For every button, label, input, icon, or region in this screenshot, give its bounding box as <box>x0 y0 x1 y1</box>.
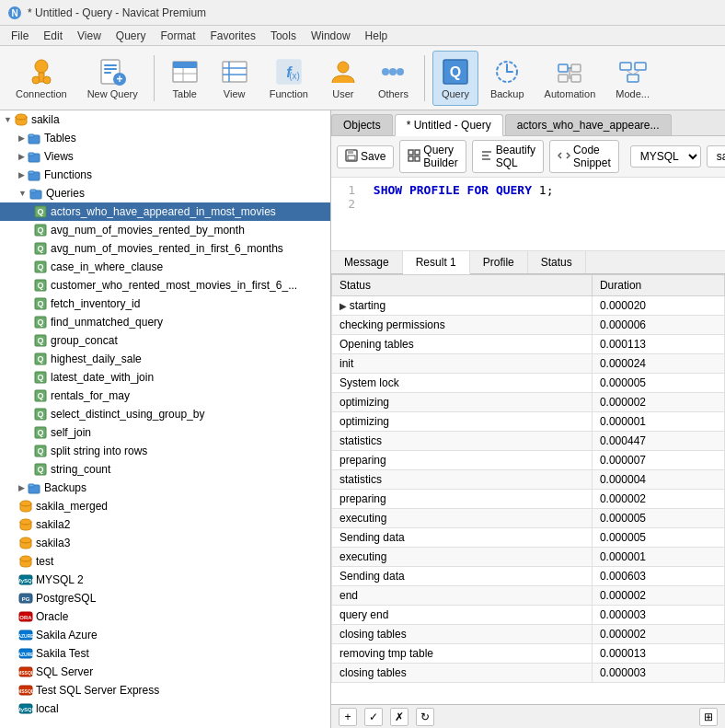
tree-test[interactable]: test <box>0 552 330 571</box>
svg-text:MSSQL: MSSQL <box>18 670 33 676</box>
query-editor[interactable]: 1 SHOW PROFILE FOR QUERY 1; 2 <box>331 178 725 251</box>
tree-postgresql[interactable]: PG PostgreSQL <box>0 589 330 607</box>
menu-tools[interactable]: Tools <box>263 28 304 44</box>
svg-point-22 <box>389 68 397 75</box>
toolbar-user[interactable]: User <box>320 51 366 106</box>
tree-case-in[interactable]: Q case_in_where_clause <box>0 258 330 276</box>
tree-split-string[interactable]: Q split string into rows <box>0 442 330 460</box>
code-snippet-button[interactable]: Code Snippet <box>549 140 619 173</box>
user-icon <box>328 57 358 87</box>
result-tab-status[interactable]: Status <box>528 251 586 273</box>
result-tab-result1[interactable]: Result 1 <box>403 251 470 274</box>
tree-sql-server[interactable]: MSSQL SQL Server <box>0 663 330 681</box>
sakila-merged-label: sakila_merged <box>36 500 108 513</box>
tree-sakila-merged[interactable]: sakila_merged <box>0 497 330 515</box>
query-toolbar: Save Query Builder Beautify SQL Code Sni… <box>331 136 725 178</box>
tree-queries[interactable]: ▼ Queries <box>0 184 330 202</box>
result-tab-message[interactable]: Message <box>331 251 403 273</box>
highest-daily-label: highest_daily_sale <box>51 352 142 365</box>
toolbar-new-query[interactable]: + New Query <box>79 51 146 106</box>
menu-view[interactable]: View <box>70 28 109 44</box>
tree-find-unmatched[interactable]: Q find_unmatched_query <box>0 313 330 331</box>
tree-local[interactable]: MySQL local <box>0 699 330 718</box>
tree-mysql2[interactable]: MySQL MYSQL 2 <box>0 571 330 589</box>
toolbar-others[interactable]: Others <box>370 51 417 106</box>
svg-text:Q: Q <box>37 373 43 382</box>
toolbar-backup[interactable]: Backup <box>482 51 533 106</box>
toolbar-model[interactable]: Mode... <box>607 51 658 106</box>
tree-sakila-azure[interactable]: AZURE Sakila Azure <box>0 626 330 644</box>
svg-rect-103 <box>415 156 420 161</box>
tab-actors[interactable]: actors_who_have_appeare... <box>505 114 672 135</box>
views-label: Views <box>44 150 74 163</box>
db-select[interactable]: MYSQL <box>630 145 701 168</box>
tree-functions[interactable]: ▶ Functions <box>0 166 330 184</box>
status-cell: executing <box>339 550 386 563</box>
query-item-icon12: Q <box>33 407 48 422</box>
tree-highest-daily[interactable]: Q highest_daily_sale <box>0 350 330 368</box>
tree-select-distinct[interactable]: Q select_distinct_using_group_by <box>0 405 330 423</box>
svg-rect-9 <box>104 72 111 74</box>
menu-edit[interactable]: Edit <box>36 28 70 44</box>
menu-format[interactable]: Format <box>154 28 203 44</box>
tree-sakila2[interactable]: sakila2 <box>0 515 330 534</box>
menu-query[interactable]: Query <box>109 28 154 44</box>
duration-cell: 0.000001 <box>592 548 724 567</box>
tree-group-concat[interactable]: Q group_concat <box>0 331 330 350</box>
menu-favorites[interactable]: Favorites <box>203 28 263 44</box>
result-tab-profile[interactable]: Profile <box>470 251 528 273</box>
tree-avg-6months[interactable]: Q avg_num_of_movies_rented_in_first_6_mo… <box>0 239 330 258</box>
svg-text:Q: Q <box>37 262 43 272</box>
svg-rect-13 <box>173 62 197 68</box>
tables-arrow: ▶ <box>18 133 25 143</box>
tree-actors-who[interactable]: Q actors_who_have_appeared_in_most_movie… <box>0 202 330 221</box>
refresh-button[interactable]: ↻ <box>416 708 434 726</box>
toolbar-automation[interactable]: Automation <box>536 51 604 106</box>
tree-backups[interactable]: ▶ Backups <box>0 479 330 497</box>
tab-objects[interactable]: Objects <box>331 114 393 135</box>
tree-views[interactable]: ▶ Views <box>0 147 330 166</box>
backup-icon <box>492 57 522 87</box>
schema-select[interactable]: sakila <box>707 145 725 168</box>
confirm-button[interactable]: ✓ <box>364 708 383 726</box>
profile-table: Status Duration ▶ starting0.000020checki… <box>331 274 725 683</box>
tree-fetch-inv[interactable]: Q fetch_inventory_id <box>0 295 330 313</box>
tree-latest-date[interactable]: Q latest_date_with_join <box>0 368 330 387</box>
add-row-button[interactable]: + <box>339 708 357 726</box>
tree-test-sql-express[interactable]: MSSQL Test SQL Server Express <box>0 681 330 699</box>
tab-untitled-query[interactable]: * Untitled - Query <box>395 114 503 136</box>
menu-help[interactable]: Help <box>358 28 396 44</box>
code-snippet-label: Code Snippet <box>573 144 611 169</box>
tree-oracle[interactable]: ORA Oracle <box>0 607 330 626</box>
toolbar-function[interactable]: f (x) Function <box>261 51 316 106</box>
duration-cell: 0.000113 <box>592 335 724 354</box>
tree-tables[interactable]: ▶ Tables <box>0 129 330 147</box>
tree-sakila-test[interactable]: AZURE Sakila Test <box>0 644 330 663</box>
tree-rentals-may[interactable]: Q rentals_for_may <box>0 387 330 405</box>
menu-window[interactable]: Window <box>304 28 358 44</box>
toolbar-connection[interactable]: Connection <box>7 51 75 106</box>
avg-6months-label: avg_num_of_movies_rented_in_first_6_mont… <box>51 242 283 255</box>
fetch-inv-label: fetch_inventory_id <box>51 297 140 310</box>
menu-file[interactable]: File <box>4 28 36 44</box>
tree-self-join[interactable]: Q self_join <box>0 423 330 442</box>
case-in-label: case_in_where_clause <box>51 260 163 273</box>
sql-semi: ; <box>547 183 554 197</box>
beautify-button[interactable]: Beautify SQL <box>472 140 544 173</box>
tree-sakila[interactable]: ▼ sakila <box>0 110 330 129</box>
tree-string-count[interactable]: Q string_count <box>0 460 330 479</box>
tree-customer-most[interactable]: Q customer_who_rented_most_movies_in_fir… <box>0 276 330 295</box>
save-button[interactable]: Save <box>337 145 394 168</box>
tree-sakila3[interactable]: sakila3 <box>0 534 330 552</box>
svg-text:+: + <box>117 73 123 86</box>
tree-avg-month[interactable]: Q avg_num_of_movies_rented_by_month <box>0 221 330 239</box>
delete-row-button[interactable]: ✗ <box>390 708 409 726</box>
toolbar-table[interactable]: Table <box>162 51 208 106</box>
duration-cell: 0.000005 <box>592 509 724 528</box>
query-builder-button[interactable]: Query Builder <box>399 140 466 173</box>
sakila-azure-label: Sakila Azure <box>36 629 98 641</box>
grid-button[interactable]: ⊞ <box>699 708 718 726</box>
toolbar-query[interactable]: Q Query <box>432 51 478 106</box>
toolbar-view[interactable]: View <box>212 51 258 106</box>
svg-point-21 <box>382 68 389 75</box>
